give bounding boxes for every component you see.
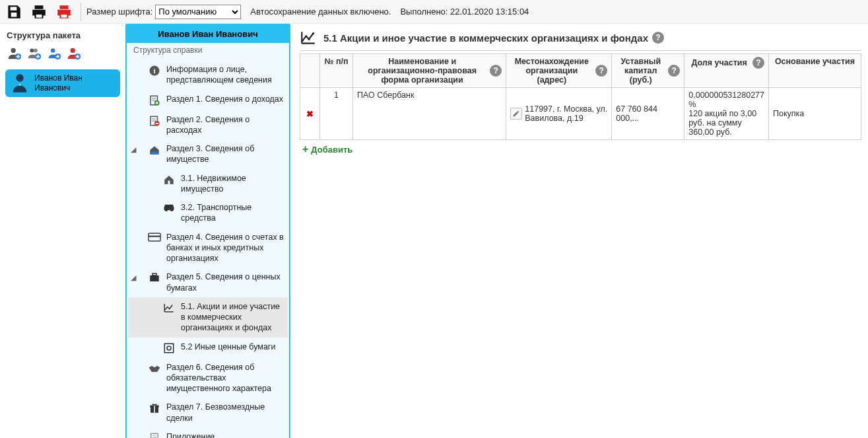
svg-point-28 [167,346,171,350]
th-name: Наименование и организационно-правовая ф… [353,54,506,88]
person-plus-icon [7,46,22,61]
font-size-select[interactable]: По умолчанию [155,5,241,19]
tree: i Информация о лице, представляющем свед… [127,57,289,438]
content-panel: 5.1 Акции и иное участие в коммерческих … [290,24,868,165]
shares-table: № п/п Наименование и организационно-прав… [300,54,861,140]
th-share: Доля участия? [684,54,769,88]
help-button[interactable]: ? [595,65,607,77]
edit-address-button[interactable] [510,108,522,120]
cell-name[interactable]: ПАО Сбербанк [353,88,506,140]
content-title: 5.1 Акции и иное участие в коммерческих … [323,32,664,44]
tree-item-s1[interactable]: Раздел 1. Сведения о доходах [128,90,288,110]
svg-point-6 [34,48,38,52]
toolbar-separator [81,3,81,21]
doc-plus-icon [148,94,161,106]
tree-item-s3[interactable]: ◢ Раздел 3. Сведения об имуществе [128,139,288,169]
print-button[interactable] [28,1,50,22]
tree-item-s4[interactable]: Раздел 4. Сведения о счетах в банках и и… [128,228,288,268]
reference-tree-panel: Иванов Иван Иванович Структура справки i… [125,24,290,438]
doc-icon [148,432,161,438]
tree-item-s31[interactable]: 3.1. Недвижимое имущество [128,169,288,199]
svg-rect-31 [154,406,155,413]
floppy-icon [5,3,22,20]
help-button[interactable]: ? [668,65,680,77]
svg-point-5 [30,48,34,52]
svg-rect-20 [168,180,170,184]
person-red-plus-icon [67,46,81,61]
svg-rect-19 [151,152,158,155]
chevron-down-icon: ◢ [131,145,137,154]
help-button[interactable]: ? [490,65,502,77]
house-icon [162,174,176,186]
done-status: Выполнено: 22.01.2020 13:15:04 [400,7,529,17]
tree-item-info[interactable]: i Информация о лице, представляющем свед… [128,60,288,90]
svg-rect-24 [149,235,160,237]
svg-rect-25 [150,275,159,281]
tree-item-s32[interactable]: 3.2. Транспортные средства [128,198,288,228]
gift-icon [148,402,161,414]
tree-item-s5[interactable]: ◢ Раздел 5. Сведения о ценных бумагах [128,268,288,297]
avatar-icon [11,72,29,94]
add-spouse-button[interactable] [26,46,42,61]
tree-item-s51[interactable]: 5.1. Акции и иное участие в коммерческих… [128,297,288,338]
svg-text:i: i [154,67,156,75]
svg-point-34 [305,35,307,37]
cell-capital[interactable]: 67 760 844 000,... [612,88,684,140]
toolbar: Размер шрифта: По умолчанию Автосохранен… [0,0,868,24]
tree-item-app[interactable]: Приложение [128,427,288,438]
doc-minus-icon [148,115,161,127]
tree-item-s7[interactable]: Раздел 7. Безвозмездные сделки [128,398,288,427]
chart-line-icon [300,29,317,46]
add-declarant-button[interactable] [7,46,22,61]
save-button[interactable] [3,1,25,22]
svg-point-3 [11,48,16,53]
add-other-button[interactable] [66,46,82,61]
th-basis: Основание участия [769,54,861,88]
svg-rect-26 [152,274,156,275]
house-car-icon [148,144,161,156]
person-name: Иванов Иван Иванович [34,73,115,93]
autosave-status: Автосохранение данных включено. [250,7,391,17]
font-size-label: Размер шрифта: [86,7,152,17]
table-row: ✖ 1 ПАО Сбербанк 117997, г. Москва, ул. … [300,88,861,140]
chevron-down-icon: ◢ [131,273,137,282]
tree-item-s2[interactable]: Раздел 2. Сведения о расходах [128,110,288,140]
svg-rect-0 [14,7,15,9]
printer-icon [30,3,48,20]
info-icon: i [148,65,161,77]
tree-item-s6[interactable]: Раздел 6. Сведения об обязательствах иму… [128,358,288,398]
th-capital: Уставный капитал (руб.)? [612,54,684,88]
car-icon [162,203,176,212]
plus-icon: + [302,144,308,155]
chart-line-icon [162,302,176,314]
tree-subtitle: Структура справки [127,43,289,57]
help-button[interactable]: ? [652,32,664,44]
add-row-button[interactable]: + Добавить [300,140,355,159]
svg-rect-1 [36,15,42,15]
delete-row-button[interactable]: ✖ [304,109,316,119]
th-num: № п/п [320,54,353,88]
add-child-button[interactable] [46,46,62,61]
printer-red-icon [55,3,73,20]
cell-addr[interactable]: 117997, г. Москва, ул. Вавилова, д.19 [506,88,612,140]
print-color-button[interactable] [53,1,75,22]
tree-item-s52[interactable]: 5.2 Иные ценные бумаги [128,338,288,358]
person-item[interactable]: Иванов Иван Иванович [5,69,120,97]
cell-basis[interactable]: Покупка [769,88,861,140]
svg-point-22 [170,209,173,211]
svg-rect-27 [164,344,174,353]
svg-point-33 [302,40,304,42]
help-button[interactable]: ? [752,57,764,69]
briefcase-icon [148,272,161,283]
content-header: 5.1 Акции и иное участие в коммерческих … [300,29,861,51]
cell-share[interactable]: 0,000000531280277 % 120 акций по 3,00 ру… [684,88,769,140]
safe-icon [162,342,176,354]
svg-point-12 [16,74,23,81]
user-type-icons [3,43,123,68]
svg-point-35 [308,38,310,40]
th-addr: Местонахождение организации (адрес)? [506,54,612,88]
svg-rect-2 [61,15,67,15]
svg-point-10 [71,48,75,53]
svg-point-36 [312,32,314,34]
tree-header: Иванов Иван Иванович [127,25,289,43]
